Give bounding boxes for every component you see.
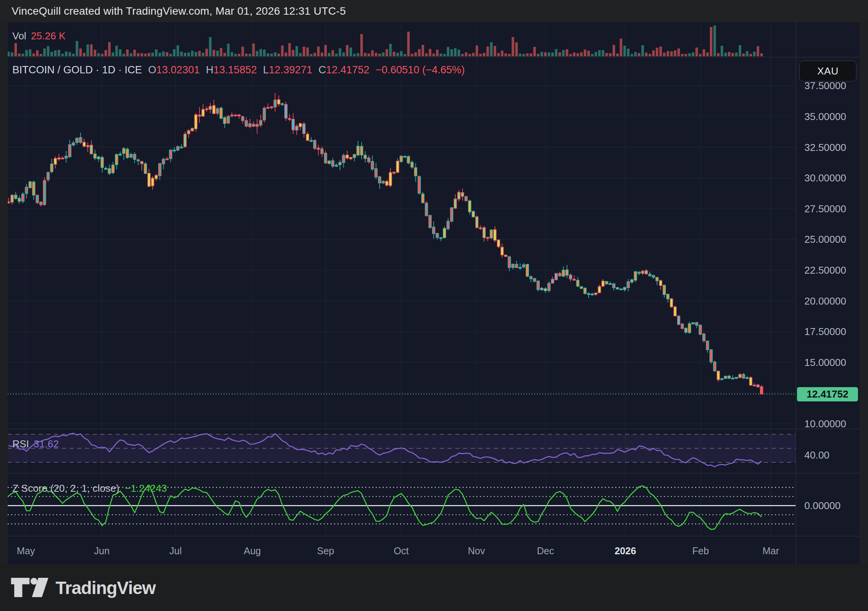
time-tick-label: Jun: [75, 545, 129, 557]
chart-widget: Vol25.26 K BITCOIN / GOLD · 1D · ICEO13.…: [8, 22, 860, 564]
time-tick-label: 2026: [598, 545, 652, 557]
tradingview-logo-icon: [11, 578, 49, 598]
time-tick-label: Jul: [149, 545, 203, 557]
time-tick-label: Sep: [299, 545, 353, 557]
time-tick-label: Dec: [518, 545, 572, 557]
time-tick-label: Nov: [449, 545, 503, 557]
tradingview-brand-text: TradingView: [56, 577, 155, 598]
footer-bar: TradingView: [0, 564, 868, 611]
time-tick-label: May: [0, 545, 53, 557]
time-scale[interactable]: MayJunJulAugSepOctNovDec2026FebMar: [8, 536, 860, 564]
time-tick-list: MayJunJulAugSepOctNovDec2026FebMar: [8, 22, 860, 564]
time-tick-label: Aug: [225, 545, 279, 557]
tradingview-logo-link[interactable]: TradingView: [11, 577, 155, 598]
time-tick-label: Mar: [744, 545, 798, 557]
snapshot-title-bar: VinceQuill created with TradingView.com,…: [0, 0, 868, 22]
time-tick-label: Oct: [374, 545, 428, 557]
time-tick-label: Feb: [674, 545, 728, 557]
tradingview-snapshot: VinceQuill created with TradingView.com,…: [0, 0, 868, 611]
snapshot-title: VinceQuill created with TradingView.com,…: [12, 5, 346, 17]
